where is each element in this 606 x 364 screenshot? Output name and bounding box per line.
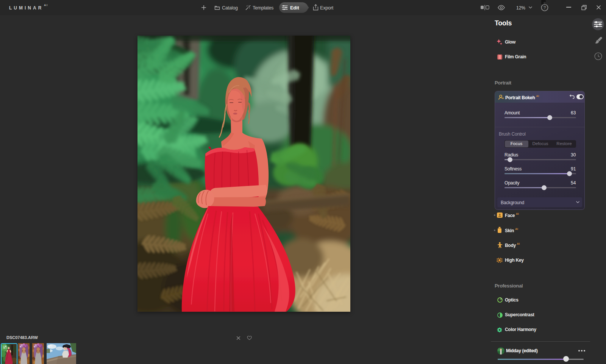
svg-text:?: ? <box>544 5 546 10</box>
